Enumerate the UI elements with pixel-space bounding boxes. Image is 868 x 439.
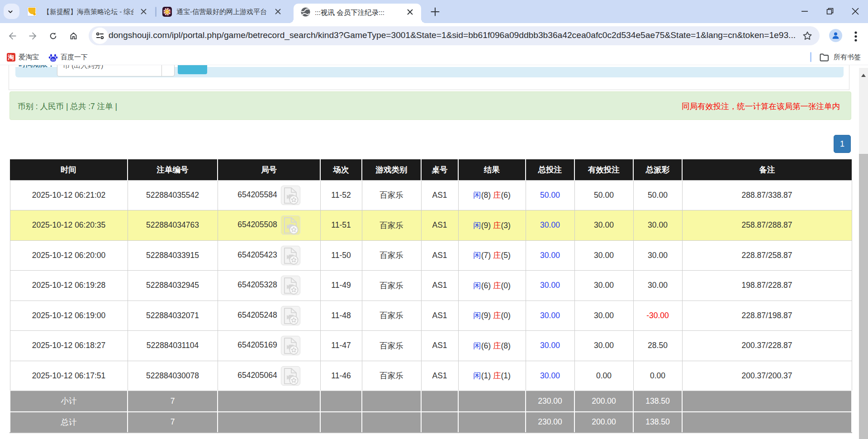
svg-text:淘: 淘: [8, 54, 14, 61]
svg-text:du: du: [51, 57, 55, 62]
